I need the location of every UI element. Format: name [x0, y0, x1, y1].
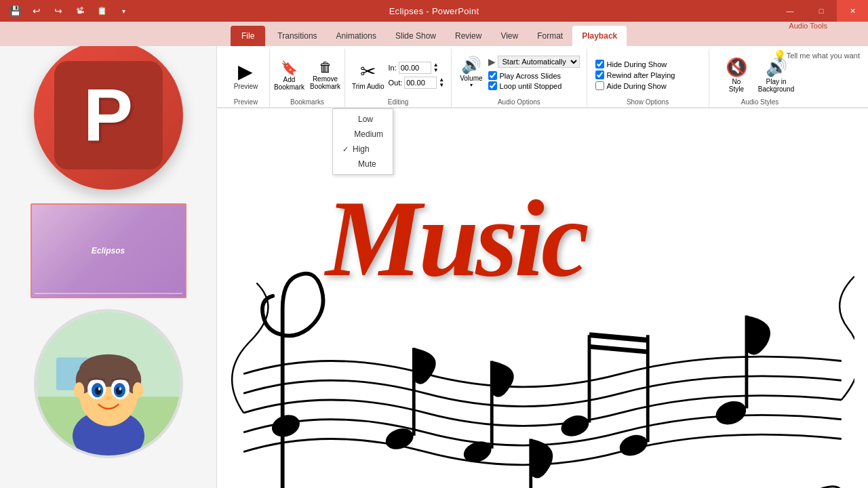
- music-text: Music: [326, 176, 586, 302]
- volume-low-label: Low: [358, 115, 373, 124]
- hide-during-show-checkbox[interactable]: [595, 60, 604, 68]
- play-across-slides-row[interactable]: Play Across Slides: [488, 71, 580, 80]
- minimize-btn[interactable]: —: [774, 0, 806, 22]
- ribbon-show-options-group: Hide During Show Rewind after Playing Ai…: [587, 49, 709, 108]
- preview-group-label: Preview: [225, 98, 267, 106]
- tell-me-bar: 💡 Tell me what you want: [765, 43, 868, 68]
- tab-format[interactable]: Format: [528, 26, 572, 46]
- tab-file[interactable]: File: [231, 26, 265, 46]
- slide-thumbnail[interactable]: Eclipsos: [31, 203, 186, 298]
- tab-animations[interactable]: Animations: [327, 26, 386, 46]
- tab-slideshow[interactable]: Slide Show: [386, 26, 446, 46]
- sidebar: P Eclipsos: [0, 0, 217, 488]
- svg-point-19: [73, 382, 83, 398]
- fade-out-row: Out: ▲ ▼: [388, 77, 444, 89]
- add-bookmark-btn[interactable]: 🔖 Add Bookmark: [273, 58, 306, 92]
- maximize-btn[interactable]: □: [806, 0, 837, 22]
- preview-icon: ▶: [238, 60, 253, 83]
- remove-bookmark-btn[interactable]: 🗑 Remove Bookmark: [309, 58, 342, 92]
- close-btn[interactable]: ✕: [837, 0, 868, 22]
- show-options-group-label: Show Options: [590, 98, 706, 106]
- tab-bar: File Transitions Animations Slide Show R…: [0, 22, 868, 46]
- fade-out-input[interactable]: [404, 77, 437, 89]
- volume-low[interactable]: Low: [333, 112, 393, 127]
- ribbon-bookmarks-group: 🔖 Add Bookmark 🗑 Remove Bookmark Bookmar…: [270, 49, 345, 108]
- start-icon: ▶: [488, 56, 496, 67]
- aide-during-show-checkbox[interactable]: [595, 81, 604, 90]
- ribbon-editing-group: ✂ Trim Audio In: ▲ ▼ Out: ▲: [345, 49, 452, 108]
- loop-until-row[interactable]: Loop until Stopped: [488, 81, 580, 90]
- svg-point-32: [713, 397, 749, 428]
- window-title: Eclipses - PowerPoint: [389, 6, 479, 16]
- loop-until-checkbox[interactable]: [488, 81, 497, 90]
- save-btn[interactable]: 💾: [5, 1, 24, 20]
- trim-label: Trim Audio: [352, 83, 384, 90]
- ribbon-preview-group: ▶ Preview Preview: [222, 49, 270, 108]
- editing-group-label: Editing: [348, 98, 448, 106]
- volume-medium-label: Medium: [354, 129, 383, 139]
- fade-in-label: In:: [388, 64, 396, 72]
- svg-point-28: [616, 431, 650, 459]
- svg-point-17: [119, 387, 121, 390]
- audio-tools-label: Audio Tools: [789, 22, 827, 30]
- remove-bookmark-icon: 🗑: [319, 60, 332, 75]
- tab-playback[interactable]: Playback: [572, 26, 627, 46]
- rewind-after-row[interactable]: Rewind after Playing: [595, 70, 701, 79]
- tab-review[interactable]: Review: [446, 26, 491, 46]
- undo-btn[interactable]: ↩: [27, 1, 46, 20]
- tell-me-text[interactable]: Tell me what you want: [787, 52, 860, 60]
- no-style-btn[interactable]: 🔇 No Style: [722, 54, 751, 96]
- fade-in-row: In: ▲ ▼: [388, 62, 444, 74]
- volume-arrow: ▾: [470, 82, 473, 88]
- tab-view[interactable]: View: [491, 26, 528, 46]
- volume-dropdown: Low Medium High Mute: [332, 108, 393, 175]
- volume-medium[interactable]: Medium: [333, 127, 393, 142]
- fade-controls: In: ▲ ▼ Out: ▲ ▼: [388, 62, 444, 89]
- volume-mute-label: Mute: [358, 159, 376, 169]
- tab-transitions[interactable]: Transitions: [268, 26, 326, 46]
- aide-during-show-row[interactable]: Aide During Show: [595, 81, 701, 90]
- fade-in-spinner[interactable]: ▲ ▼: [433, 62, 439, 73]
- avatar-container: [34, 309, 183, 458]
- start-row: ▶ Start: Automatically Start: On Click: [488, 56, 580, 68]
- add-bookmark-sublabel: Bookmark: [274, 83, 304, 91]
- customize-btn[interactable]: ▾: [114, 1, 133, 20]
- aide-during-show-label: Aide During Show: [607, 82, 667, 90]
- volume-icon: 🔊: [461, 56, 481, 75]
- remove-bookmark-label: Remove: [313, 75, 338, 83]
- no-style-label: No: [732, 78, 741, 85]
- trim-icon: ✂: [360, 60, 376, 83]
- svg-point-26: [558, 412, 591, 440]
- redo-btn[interactable]: ↪: [49, 1, 68, 20]
- volume-mute[interactable]: Mute: [333, 157, 393, 171]
- svg-point-21: [269, 411, 302, 441]
- present-btn[interactable]: 📽: [71, 1, 90, 20]
- preview-button[interactable]: ▶ Preview: [231, 58, 261, 93]
- svg-point-18: [105, 396, 112, 400]
- play-background-label: Play in: [766, 78, 787, 85]
- fade-in-input[interactable]: [399, 62, 431, 74]
- hide-during-show-row[interactable]: Hide During Show: [595, 60, 701, 68]
- lightbulb-icon: 💡: [773, 49, 787, 62]
- logo-letter: P: [83, 78, 133, 152]
- volume-label: Volume: [460, 75, 482, 82]
- volume-high[interactable]: High: [333, 142, 393, 157]
- rewind-after-label: Rewind after Playing: [607, 71, 675, 79]
- title-bar: 💾 ↩ ↪ 📽 📋 ▾ Eclipses - PowerPoint — □ ✕: [0, 0, 868, 22]
- start-dropdown[interactable]: Start: Automatically Start: On Click: [498, 56, 580, 68]
- trim-audio-btn[interactable]: ✂ Trim Audio: [352, 60, 384, 90]
- logo-inner: P: [54, 61, 163, 169]
- volume-button[interactable]: 🔊 Volume ▾: [458, 54, 484, 89]
- svg-point-20: [132, 382, 142, 398]
- fade-out-spinner[interactable]: ▲ ▼: [439, 77, 444, 88]
- add-bookmark-label: Add: [283, 76, 296, 83]
- audio-option-controls: ▶ Start: Automatically Start: On Click P…: [488, 56, 580, 90]
- rewind-after-checkbox[interactable]: [595, 70, 604, 79]
- play-across-checkbox[interactable]: [488, 71, 497, 80]
- svg-point-24: [460, 438, 494, 466]
- no-style-sublabel: Style: [729, 85, 744, 93]
- ribbon-audio-options-group: 🔊 Volume ▾ ▶ Start: Automatically Start:…: [452, 49, 587, 108]
- qsbar-btn4[interactable]: 📋: [92, 1, 111, 20]
- remove-bookmark-sublabel: Bookmark: [310, 83, 340, 90]
- avatar-svg: [37, 309, 180, 458]
